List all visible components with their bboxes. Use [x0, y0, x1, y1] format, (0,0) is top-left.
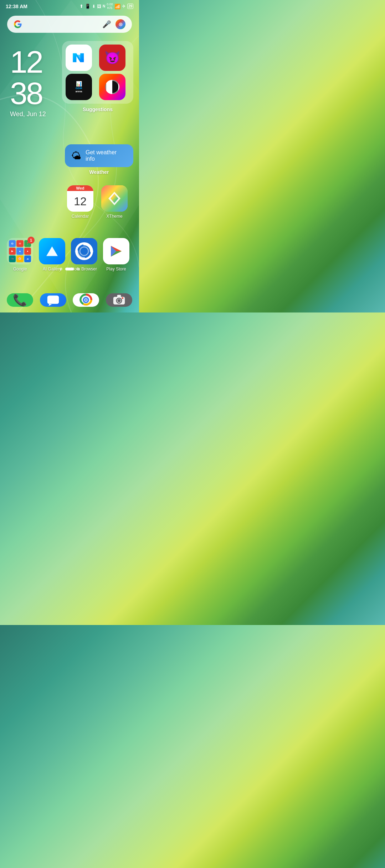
google-mini-gmail: M [16, 240, 23, 247]
svg-point-17 [117, 299, 120, 302]
app-item-google[interactable]: G M 📍 ▶ ▲ ● 📹 🌸 ☁ 1 Google [6, 238, 34, 272]
notification-icon-3: ⬇ [92, 4, 96, 9]
chrome-icon[interactable] [73, 293, 99, 307]
calendar-icon[interactable]: Wed 12 [67, 185, 93, 212]
google-mini-red2: ● [24, 248, 31, 254]
app-icon-nv[interactable] [66, 45, 92, 71]
svg-point-13 [85, 299, 87, 301]
calendar-label: Calendar [72, 214, 89, 219]
ai-gallery-icon[interactable] [39, 238, 65, 264]
google-mini-drive: ▲ [16, 248, 23, 254]
page-dots [0, 268, 139, 270]
suggestions-folder: 😈 📊 GSM arena [62, 41, 133, 104]
google-badge: 1 [27, 237, 35, 244]
app-icon-devil[interactable]: 😈 [99, 45, 125, 71]
notification-icon-1: ⬆ [79, 4, 83, 9]
dock-chrome-item[interactable] [72, 293, 101, 307]
battery-indicator: 29 [127, 4, 133, 9]
search-bar[interactable]: 🎤 ◎ [7, 16, 132, 33]
svg-rect-15 [117, 295, 121, 298]
nfc-icon: N [103, 4, 105, 8]
app-icon-brightness[interactable] [99, 74, 125, 100]
dock: 📞 [6, 293, 133, 307]
app-icon-gsmarena[interactable]: 📊 GSM arena [66, 74, 92, 100]
google-logo-icon [14, 20, 22, 29]
weather-button-text: Get weather info [86, 149, 127, 162]
lens-search-icon[interactable]: ◎ [115, 19, 125, 29]
clock-time: 12 38 [10, 46, 46, 109]
suggestions-label: Suggestions [62, 107, 133, 112]
suggestions-area: 😈 📊 GSM arena Suggestions [62, 41, 133, 112]
google-mini-g: G [9, 240, 16, 247]
google-mini-youtube: ▶ [9, 248, 16, 254]
calendar-day-header: Wed [67, 185, 93, 191]
status-bar: 12:38 AM ⬆ 📱 ⬇ 🖼 N 0.00K/S 📶 ✈ 29 [0, 0, 139, 11]
clock-widget: 12 38 Wed, Jun 12 [10, 46, 46, 118]
google-mini-meet: 📹 [9, 255, 16, 262]
wifi-icon: 📶 [114, 4, 120, 9]
app-item-play-store[interactable]: Play Store [102, 238, 130, 272]
weather-cloud-icon: 🌤 [71, 150, 81, 162]
apps-row-bottom: G M 📍 ▶ ▲ ● 📹 🌸 ☁ 1 Google [6, 238, 133, 272]
xtheme-label: XTheme [106, 214, 122, 219]
page-dot-3[interactable] [77, 268, 79, 270]
svg-marker-2 [46, 246, 58, 256]
dock-phone-item[interactable]: 📞 [6, 293, 35, 307]
apps-row-secondary: Wed 12 Calendar [66, 185, 133, 219]
voice-search-icon[interactable]: 🎤 [102, 20, 111, 29]
hola-browser-icon[interactable] [71, 238, 97, 264]
weather-label: Weather [65, 169, 133, 175]
play-store-icon[interactable] [103, 238, 129, 264]
xtheme-icon[interactable] [101, 185, 128, 212]
weather-widget[interactable]: 🌤 Get weather info Weather [65, 144, 133, 175]
google-mini-photos: 🌸 [16, 255, 23, 262]
speed-indicator: 0.00K/S [107, 3, 113, 10]
dock-messages-item[interactable] [39, 293, 68, 307]
clock-date: Wed, Jun 12 [10, 110, 46, 118]
page-dot-1[interactable] [60, 268, 62, 270]
app-item-xtheme[interactable]: XTheme [100, 185, 129, 219]
phone-icon[interactable]: 📞 [7, 293, 33, 307]
status-icons: ⬆ 📱 ⬇ 🖼 N 0.00K/S 📶 ✈ 29 [79, 3, 133, 10]
notification-icon-4: 🖼 [97, 4, 101, 9]
camera-icon[interactable] [106, 293, 132, 307]
weather-button[interactable]: 🌤 Get weather info [65, 144, 133, 167]
calendar-date-number: 12 [67, 191, 93, 212]
google-mini-blue: ☁ [24, 255, 31, 262]
airplane-icon: ✈ [122, 4, 126, 9]
status-time: 12:38 AM [6, 4, 27, 9]
messages-icon[interactable] [40, 293, 66, 307]
dock-camera-item[interactable] [105, 293, 134, 307]
app-item-hola-browser[interactable]: Hola Browser [70, 238, 98, 272]
app-item-ai-gallery[interactable]: AI Gallery [38, 238, 66, 272]
page-dot-2-active[interactable] [65, 268, 74, 270]
home-screen: 12:38 AM ⬆ 📱 ⬇ 🖼 N 0.00K/S 📶 ✈ 29 🎤 [0, 0, 139, 312]
app-item-calendar[interactable]: Wed 12 Calendar [66, 185, 94, 219]
svg-point-19 [122, 297, 123, 299]
svg-rect-8 [47, 295, 59, 304]
notification-icon-2: 📱 [85, 4, 91, 9]
